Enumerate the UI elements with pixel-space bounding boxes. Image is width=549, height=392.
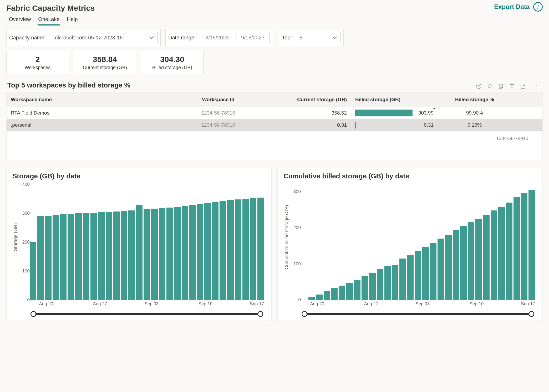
table-row[interactable]: RTA Field Demos 1234-56-78910 358.52 303… bbox=[7, 107, 542, 119]
chart-bar[interactable] bbox=[235, 199, 241, 300]
chart-bar[interactable] bbox=[144, 209, 150, 300]
chart-bar[interactable] bbox=[407, 255, 414, 300]
chart-bar[interactable] bbox=[339, 286, 345, 300]
chart-bar[interactable] bbox=[422, 247, 429, 300]
chart-bar[interactable] bbox=[506, 203, 512, 300]
chart-bar[interactable] bbox=[324, 291, 330, 300]
chart-bar[interactable] bbox=[392, 265, 399, 300]
chart-bar[interactable] bbox=[354, 280, 360, 300]
chart-bar[interactable] bbox=[491, 210, 497, 300]
chart-bar[interactable] bbox=[106, 212, 112, 300]
tab-onelake[interactable]: OneLake bbox=[38, 14, 60, 25]
slider-handle-left[interactable] bbox=[302, 311, 307, 317]
col-workspace-name[interactable]: Workspace name bbox=[7, 97, 159, 102]
tabs: Overview OneLake Help bbox=[6, 13, 95, 25]
chart-bar[interactable] bbox=[182, 206, 188, 300]
chart-bar[interactable] bbox=[362, 276, 368, 300]
chart-bar[interactable] bbox=[151, 209, 158, 300]
tab-help[interactable]: Help bbox=[67, 14, 78, 25]
more-icon[interactable]: ··· bbox=[531, 83, 537, 89]
chart-bar[interactable] bbox=[483, 215, 490, 300]
chart-bar[interactable] bbox=[415, 251, 421, 300]
chart-bar[interactable] bbox=[377, 269, 383, 300]
chart-bar[interactable] bbox=[399, 259, 406, 300]
time-slider[interactable] bbox=[33, 313, 260, 315]
chart-bar[interactable] bbox=[45, 216, 52, 300]
top-select[interactable]: 5 bbox=[296, 32, 341, 43]
col-current-storage[interactable]: Current storage (GB) bbox=[277, 97, 351, 102]
col-billed-storage[interactable]: Billed storage (GB) ▼ bbox=[351, 97, 438, 102]
chart-bar[interactable] bbox=[90, 213, 97, 300]
date-from-input[interactable]: 8/16/2023 bbox=[200, 32, 234, 43]
info-icon[interactable]: i bbox=[533, 2, 543, 12]
table-row[interactable]: .personal 1234-56-78910 0.31 0.31 0.10% bbox=[7, 119, 542, 131]
chart-bar[interactable] bbox=[514, 197, 520, 300]
chart-bar[interactable] bbox=[257, 198, 264, 300]
y-tick: 0 bbox=[19, 297, 30, 303]
chart-cumulative-billed: Cumulative billed storage (GB) by date C… bbox=[277, 168, 543, 321]
capacity-select[interactable]: microsoft-com-05-12-2023-16- ... bbox=[50, 32, 158, 43]
chart-bar[interactable] bbox=[30, 242, 36, 300]
capacity-filter-card: Capacity name: microsoft-com-05-12-2023-… bbox=[6, 29, 161, 46]
chart-bar[interactable] bbox=[68, 214, 74, 300]
chart-bar[interactable] bbox=[220, 201, 226, 300]
help-icon[interactable]: ? bbox=[476, 83, 482, 89]
chart-bar[interactable] bbox=[166, 208, 173, 300]
chart-bar[interactable] bbox=[227, 200, 234, 300]
chart-bar[interactable] bbox=[498, 207, 505, 300]
date-range-label: Date range: bbox=[168, 35, 196, 41]
chart-bar[interactable] bbox=[369, 273, 376, 300]
chart-bar[interactable] bbox=[174, 207, 181, 300]
chart-bar[interactable] bbox=[83, 213, 89, 300]
chart-bar[interactable] bbox=[113, 212, 120, 300]
chart-bar[interactable] bbox=[460, 226, 467, 300]
chart-bar[interactable] bbox=[331, 288, 338, 300]
chart-bar[interactable] bbox=[384, 266, 391, 300]
col-workspace-id[interactable]: Workspace Id bbox=[159, 97, 277, 102]
chart-bar[interactable] bbox=[121, 211, 128, 300]
chart-bar[interactable] bbox=[468, 222, 474, 300]
chart-bar[interactable] bbox=[53, 215, 59, 300]
chart-bar[interactable] bbox=[189, 205, 196, 300]
date-to-input[interactable]: 9/18/2023 bbox=[236, 32, 270, 43]
chart-bar[interactable] bbox=[197, 204, 203, 300]
chart-bar[interactable] bbox=[430, 243, 436, 300]
chart-bar[interactable] bbox=[250, 198, 256, 300]
export-data-link[interactable]: Export Data bbox=[494, 3, 530, 11]
chart-bar[interactable] bbox=[98, 212, 105, 300]
chart-bar[interactable] bbox=[37, 216, 44, 300]
tab-overview[interactable]: Overview bbox=[8, 14, 31, 25]
chart-bar[interactable] bbox=[528, 190, 535, 300]
chart-bar[interactable] bbox=[346, 283, 353, 300]
chart-bar[interactable] bbox=[136, 205, 143, 300]
chart-bar[interactable] bbox=[316, 295, 323, 300]
capacity-value: microsoft-com-05-12-2023-16- bbox=[53, 35, 124, 41]
y-tick: 100 bbox=[290, 261, 301, 267]
chart-bar[interactable] bbox=[445, 235, 452, 300]
chart-bar[interactable] bbox=[475, 219, 482, 300]
chart-bar[interactable] bbox=[204, 203, 211, 300]
chart-bar[interactable] bbox=[438, 239, 444, 300]
chart-bar[interactable] bbox=[453, 230, 459, 300]
chart-bar[interactable] bbox=[128, 210, 135, 300]
col-billed-storage-label: Billed storage (GB) bbox=[355, 97, 400, 102]
slider-handle-right[interactable] bbox=[257, 311, 263, 317]
copy-icon[interactable] bbox=[498, 83, 504, 89]
pin-icon[interactable] bbox=[487, 83, 493, 89]
x-tick: Sep 10 bbox=[198, 301, 212, 307]
chart-ylabel: Storage (GB) bbox=[13, 223, 18, 251]
col-billed-pct[interactable]: Billed storage % bbox=[438, 97, 511, 102]
chart-bar[interactable] bbox=[75, 213, 82, 300]
slider-handle-left[interactable] bbox=[30, 311, 36, 317]
chart-bar[interactable] bbox=[242, 199, 249, 300]
chart-bar[interactable] bbox=[308, 297, 315, 300]
filter-icon[interactable] bbox=[509, 83, 515, 89]
time-slider[interactable] bbox=[304, 313, 531, 315]
slider-handle-right[interactable] bbox=[528, 311, 534, 317]
focus-icon[interactable] bbox=[520, 83, 526, 89]
chart-bar[interactable] bbox=[212, 202, 218, 300]
x-tick: Aug 27 bbox=[364, 301, 378, 307]
chart-bar[interactable] bbox=[521, 193, 527, 300]
chart-bar[interactable] bbox=[159, 208, 165, 300]
chart-bar[interactable] bbox=[60, 214, 67, 300]
